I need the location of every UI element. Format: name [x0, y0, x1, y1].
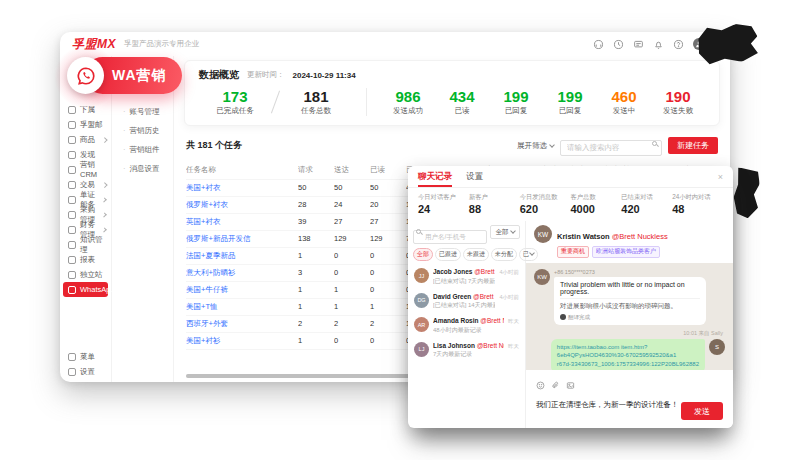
chat-stat-value: 4000: [570, 203, 621, 215]
sidebar-item-13[interactable]: WhatsAp...: [63, 282, 108, 297]
task-name-cell[interactable]: 俄罗斯+衬衣: [186, 200, 298, 210]
contact-list-item[interactable]: ARAmanda Rosin @Brett Nuc...48小时内最新记录昨天: [413, 314, 520, 339]
table-cell: 1: [298, 336, 334, 345]
sidebar-item-label: 营销CRM: [80, 160, 106, 179]
table-cell: 129: [370, 234, 406, 243]
contact-time: 4小时前: [499, 269, 519, 286]
account-filter-value: 全部: [496, 228, 509, 237]
filter-chip-3[interactable]: 未跟进: [463, 248, 489, 261]
task-name-cell[interactable]: 美国+衬衫: [186, 336, 298, 346]
contact-list: JJJacob Jones @Brett Nuckless[已结束对话] 7天内…: [413, 265, 520, 363]
sidebar-rail-bottom: 菜单设置: [60, 349, 112, 379]
outgoing-message: https://item.taobao.com item.htm?6eb4QPy…: [534, 339, 725, 373]
submenu-item-2[interactable]: 营销历史: [112, 121, 173, 140]
overview-header: 数据概览 更新时间： 2024-10-29 11:34: [199, 68, 705, 82]
table-cell: 129: [334, 234, 370, 243]
task-name-cell[interactable]: 意大利+防晒衫: [186, 268, 298, 278]
contact-name-text: Lisa Johnson: [433, 342, 475, 349]
sidebar-item-5[interactable]: 营销CRM: [60, 162, 111, 177]
contact-list-item[interactable]: JJJacob Jones @Brett Nuckless[已结束对话] 7天内…: [413, 265, 520, 290]
contact-list-item[interactable]: DGDavid Green @Brett Nuckless[已结束对话] 14天…: [413, 289, 520, 314]
tab-settings[interactable]: 设置: [466, 166, 483, 187]
close-icon[interactable]: ×: [718, 172, 723, 182]
table-cell: 0: [370, 268, 406, 277]
sidebar-item-10[interactable]: 知识管理: [60, 237, 111, 252]
task-name-cell[interactable]: 西班牙+外套: [186, 319, 298, 329]
conversation-contact-name: Kristin Watson @Brett Nuckless: [557, 232, 668, 241]
sidebar-item-label: 交易: [80, 180, 95, 190]
table-cell: 27: [370, 217, 406, 226]
help-icon[interactable]: [673, 39, 684, 50]
history-icon[interactable]: [613, 39, 624, 50]
table-cell: 0: [334, 336, 370, 345]
contact-search-input[interactable]: [413, 230, 487, 244]
table-cell: 39: [298, 217, 334, 226]
bell-icon[interactable]: [653, 39, 664, 50]
submenu-item-3[interactable]: 营销组件: [112, 140, 173, 159]
sidebar-bottom-item-1[interactable]: 菜单: [60, 349, 112, 364]
column-header: 送达: [334, 165, 370, 175]
chat-stat-2: 新客户88: [469, 193, 520, 215]
contact-list-item[interactable]: LJLisa Johnson @Brett Nuc...7天内最新记录昨天: [413, 338, 520, 363]
discover-icon: [68, 151, 76, 159]
table-cell: 20: [370, 200, 406, 209]
taobao-link[interactable]: https://item.taobao.com item.htm?6eb4QPy…: [557, 343, 699, 369]
contact-tag-1: 重要商机: [557, 246, 589, 258]
contact-time: 昨天: [508, 343, 519, 360]
table-cell: 138: [298, 234, 334, 243]
task-name-cell[interactable]: 俄罗斯+新品开发信: [186, 234, 298, 244]
overview-stat-3: 986发送成功: [381, 89, 435, 116]
sidebar-item-3[interactable]: 商品: [60, 132, 111, 147]
avatar: KW: [534, 269, 550, 285]
contact-mention: @Brett Nuc...: [477, 342, 504, 349]
chat-stat-value: 48: [672, 203, 723, 215]
filter-chip-2[interactable]: 已跟进: [435, 248, 461, 261]
overview-stat-1: 173已完成任务: [199, 89, 271, 116]
message-area: KW +86 150****0273 Trivial problem with …: [526, 263, 733, 371]
table-cell: 0: [370, 285, 406, 294]
new-task-button[interactable]: 新建任务: [668, 137, 718, 154]
sidebar-bottom-item-2[interactable]: 设置: [60, 364, 112, 379]
taobao-link-line: 6eb4QPysHOD4630%30-670259592520&a1: [557, 351, 699, 360]
sidebar-item-2[interactable]: 孚盟邮: [60, 117, 111, 132]
vertical-divider: [366, 88, 367, 116]
task-name-cell[interactable]: 法国+夏季新品: [186, 251, 298, 261]
task-name-cell[interactable]: 美国+T恤: [186, 302, 298, 312]
chat-stat-label: 已结束对话: [621, 193, 672, 202]
contact-mention: @Brett Nuckless: [474, 268, 495, 275]
tab-chat-history[interactable]: 聊天记录: [418, 166, 452, 187]
avatar: JJ: [414, 268, 429, 283]
account-filter-select[interactable]: 全部: [490, 225, 520, 239]
task-name-cell[interactable]: 英国+衬衣: [186, 217, 298, 227]
message-icon[interactable]: [633, 39, 644, 50]
stat-value: 199: [543, 89, 597, 105]
filter-chip-4[interactable]: 未分配: [491, 248, 517, 261]
column-header: 任务名称: [186, 165, 298, 175]
chevron-down-icon: [510, 228, 516, 234]
contact-search: [413, 225, 487, 244]
task-name-cell[interactable]: 美国+牛仔裤: [186, 285, 298, 295]
contact-name-text: Amanda Rosin: [433, 317, 479, 324]
task-search-input[interactable]: [560, 140, 662, 156]
headset-icon[interactable]: [593, 39, 604, 50]
stat-label: 已完成任务: [199, 106, 271, 116]
filter-chip-1[interactable]: 全部: [413, 248, 433, 261]
send-button[interactable]: 发送: [681, 402, 723, 420]
sidebar-item-12[interactable]: 独立站: [60, 267, 111, 282]
taobao-link-line: r67d-33430673_1006:1757334996:122P20BL96…: [557, 360, 699, 369]
image-icon[interactable]: [566, 376, 575, 394]
badge-label: WA营销: [112, 67, 167, 85]
attachment-icon[interactable]: [551, 376, 560, 394]
submenu-item-4[interactable]: 消息设置: [112, 159, 173, 178]
table-cell: 0: [334, 251, 370, 260]
stat-value: 190: [651, 89, 705, 105]
task-name-cell[interactable]: 美国+衬衣: [186, 183, 298, 193]
stat-label: 已回复: [543, 106, 597, 116]
submenu-item-1[interactable]: 账号管理: [112, 102, 173, 121]
chat-tabbar: 聊天记录 设置 ×: [408, 166, 733, 188]
translate-icon: [560, 314, 566, 320]
emoji-icon[interactable]: [536, 376, 545, 394]
contact-subtitle: [已结束对话] 14天内最新记录: [433, 301, 495, 310]
stat-value: 173: [199, 89, 271, 105]
filter-toggle[interactable]: 展开筛选: [517, 141, 554, 151]
